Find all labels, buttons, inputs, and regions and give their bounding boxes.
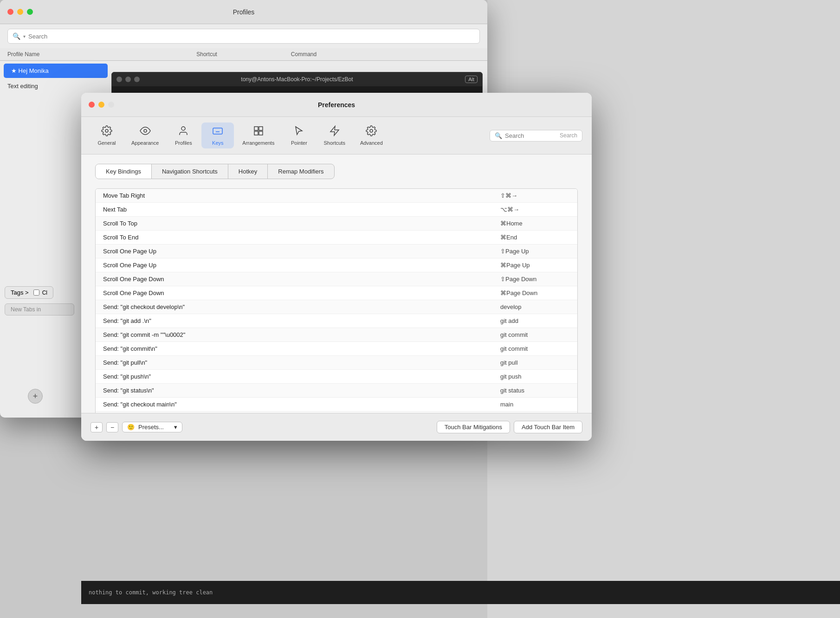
toolbar-label-shortcuts: Shortcuts — [323, 140, 345, 146]
prefs-title: Preferences — [318, 101, 355, 109]
svg-rect-4 — [254, 127, 258, 130]
toolbar-item-keys[interactable]: Keys — [201, 122, 234, 148]
maximize-button[interactable] — [27, 9, 33, 15]
close-checkbox[interactable] — [33, 290, 39, 296]
table-row[interactable]: Send: "git commit -m ""\u0002"git commit — [96, 328, 577, 342]
prefs-minimize-button[interactable] — [98, 102, 104, 108]
toolbar-item-appearance[interactable]: Appearance — [125, 122, 165, 148]
terminal-max-btn — [134, 77, 140, 82]
sidebar-item-label: ★ Hej Monika — [11, 67, 49, 74]
toolbar-label-pointer: Pointer — [291, 140, 307, 146]
profiles-search-input[interactable] — [28, 33, 475, 40]
keybinding-shortcut-text: develop — [500, 303, 570, 310]
toolbar-label-arrangements: Arrangements — [242, 140, 274, 146]
toolbar-item-profiles[interactable]: Profiles — [167, 122, 200, 148]
table-row[interactable]: Send: "git checkout develop\n"develop — [96, 300, 577, 314]
close-label: Cl — [42, 290, 47, 296]
toolbar-item-shortcuts[interactable]: Shortcuts — [317, 122, 351, 148]
close-button[interactable] — [7, 9, 13, 15]
keybinding-shortcut-text: ⇧⌘→ — [500, 192, 570, 199]
new-tabs-label: New Tabs in — [11, 306, 41, 313]
touch-bar-mitigations-button[interactable]: Touch Bar Mitigations — [437, 421, 510, 433]
toolbar-item-advanced[interactable]: Advanced — [354, 122, 389, 148]
presets-dropdown[interactable]: 🙂 Presets... ▾ — [122, 422, 182, 432]
svg-point-0 — [105, 129, 108, 132]
prefs-bottom-bar: + − 🙂 Presets... ▾ Touch Bar Mitigations… — [81, 413, 592, 441]
table-row[interactable]: Send: "git push\n"git push — [96, 370, 577, 384]
prefs-content: Key Bindings Navigation Shortcuts Hotkey… — [81, 154, 592, 435]
table-row[interactable]: Send: "git checkout main\n"main — [96, 398, 577, 412]
touch-bar-mitigations-label: Touch Bar Mitigations — [445, 424, 502, 431]
svg-point-1 — [144, 129, 147, 132]
table-row[interactable]: Scroll To End⌘End — [96, 231, 577, 245]
prefs-maximize-button[interactable] — [108, 102, 114, 108]
keybinding-action-text: Scroll One Page Down — [103, 290, 500, 296]
header-shortcut: Shortcut — [196, 51, 291, 58]
keybinding-action-text: Send: "git commit\n" — [103, 345, 500, 352]
table-row[interactable]: Send: "git status\n"git status — [96, 384, 577, 398]
add-profile-button[interactable]: + — [28, 389, 43, 404]
tags-button[interactable]: Tags > Cl — [5, 286, 53, 299]
table-row[interactable]: Scroll One Page Up⌘Page Up — [96, 258, 577, 272]
tags-label: Tags > — [11, 289, 29, 296]
traffic-lights — [7, 9, 33, 15]
table-row[interactable]: Scroll To Top⌘Home — [96, 217, 577, 231]
add-touch-bar-item-label: Add Touch Bar Item — [522, 424, 575, 431]
tab-key-bindings[interactable]: Key Bindings — [96, 164, 152, 179]
prefs-close-button[interactable] — [89, 102, 95, 108]
tab-hotkey[interactable]: Hotkey — [228, 164, 268, 179]
keybinding-action-text: Send: "git pull\n" — [103, 359, 500, 366]
profiles-titlebar: Profiles — [0, 0, 487, 24]
sidebar-item-label: Text editing — [7, 83, 38, 90]
keybinding-shortcut-text: main — [500, 401, 570, 408]
table-row[interactable]: Next Tab⌥⌘→ — [96, 203, 577, 217]
keybinding-shortcut-text: git pull — [500, 359, 570, 366]
toolbar-label-keys: Keys — [212, 140, 223, 146]
svg-point-9 — [370, 129, 373, 132]
tab-remap-modifiers[interactable]: Remap Modifiers — [268, 164, 334, 179]
tab-row: Key Bindings Navigation Shortcuts Hotkey… — [95, 164, 335, 179]
toolbar-search-input[interactable] — [505, 132, 557, 139]
prefs-toolbar: General Appearance Profiles — [81, 117, 592, 154]
toolbar-label-appearance: Appearance — [131, 140, 159, 146]
svg-rect-5 — [259, 127, 263, 130]
keybinding-shortcut-text: ⇧Page Down — [500, 276, 570, 283]
keybinding-action-text: Send: "git add .\n" — [103, 317, 500, 324]
toolbar-search-icon: 🔍 — [495, 132, 502, 139]
toolbar-item-arrangements[interactable]: Arrangements — [236, 122, 281, 148]
terminal-traffic-lights — [116, 77, 140, 82]
add-binding-button[interactable]: + — [90, 422, 103, 432]
keybinding-shortcut-text: git commit — [500, 331, 570, 338]
keybinding-action-text: Scroll To End — [103, 234, 500, 241]
table-row[interactable]: Send: "git pull\n"git pull — [96, 356, 577, 370]
profiles-search-bar[interactable]: 🔍 ▾ — [7, 29, 480, 44]
toolbar-item-pointer[interactable]: Pointer — [283, 122, 315, 148]
table-row[interactable]: Move Tab Right⇧⌘→ — [96, 189, 577, 203]
search-icon-arrow: ▾ — [23, 34, 26, 39]
remove-binding-button[interactable]: − — [106, 422, 118, 432]
header-profile-name: Profile Name — [7, 51, 196, 58]
toolbar-item-general[interactable]: General — [90, 122, 123, 148]
keybinding-shortcut-text: git add — [500, 317, 570, 324]
keybinding-action-text: Send: "git status\n" — [103, 387, 500, 394]
keybinding-shortcut-text: git push — [500, 373, 570, 380]
pointer-icon — [293, 125, 304, 138]
terminal-titlebar: tony@Antons-MacBook-Pro:~/Projects/EzBot… — [112, 72, 482, 86]
eye-icon — [140, 125, 151, 138]
toolbar-search[interactable]: 🔍 Search — [490, 130, 582, 142]
table-row[interactable]: Scroll One Page Down⌘Page Down — [96, 286, 577, 300]
keybindings-rows: Move Tab Right⇧⌘→Next Tab⌥⌘→Scroll To To… — [96, 189, 577, 425]
table-row[interactable]: Send: "git commit\n"git commit — [96, 342, 577, 356]
tab-navigation-shortcuts[interactable]: Navigation Shortcuts — [152, 164, 228, 179]
minimize-button[interactable] — [17, 9, 23, 15]
terminal-min-btn — [125, 77, 131, 82]
table-row[interactable]: Scroll One Page Down⇧Page Down — [96, 272, 577, 286]
table-row[interactable]: Send: "git add .\n"git add — [96, 314, 577, 328]
sidebar-item-text-editing[interactable]: Text editing — [0, 79, 111, 93]
table-row[interactable]: Scroll One Page Up⇧Page Up — [96, 245, 577, 258]
keybindings-table: Move Tab Right⇧⌘→Next Tab⌥⌘→Scroll To To… — [95, 188, 578, 425]
sidebar-item-hej-monika[interactable]: ★ Hej Monika — [4, 64, 108, 78]
keybinding-action-text: Move Tab Right — [103, 192, 500, 199]
add-touch-bar-item-button[interactable]: Add Touch Bar Item — [514, 421, 582, 433]
remove-icon: − — [110, 424, 114, 431]
